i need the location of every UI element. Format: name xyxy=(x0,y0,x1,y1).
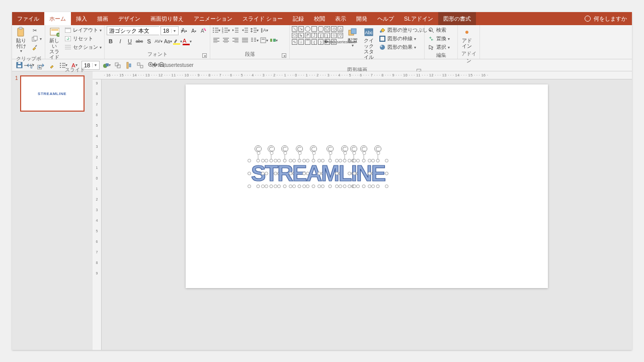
paragraph-dialog-launcher[interactable] xyxy=(282,53,286,58)
shadow-button[interactable]: S xyxy=(145,37,153,45)
shape-r2-3[interactable]: ↱ xyxy=(305,33,310,38)
smartart-button[interactable]: ▾ xyxy=(270,36,278,44)
wordart-letter[interactable]: I xyxy=(351,162,356,185)
find-button[interactable]: 検索 xyxy=(427,26,451,34)
strike-button[interactable]: abc xyxy=(135,37,143,45)
shape-oval-icon[interactable] xyxy=(305,26,310,32)
wordart-letter[interactable]: R xyxy=(277,162,292,185)
align-center-button[interactable] xyxy=(222,36,230,44)
shapes-gallery[interactable]: ＼↘⬠◇△ ⬭↳↱⤴{}☆▽ ∿⟂⌒()✧⬡�testusertestuser xyxy=(292,26,344,45)
font-size-input[interactable] xyxy=(161,27,171,35)
tab-help[interactable]: ヘルプ xyxy=(372,12,399,25)
highlight-button[interactable]: ▾ xyxy=(174,37,182,45)
tab-insert[interactable]: 挿入 xyxy=(71,12,92,25)
inc-indent-button[interactable] xyxy=(241,26,249,34)
shrink-font-button[interactable]: A▾ xyxy=(190,27,198,35)
select-button[interactable]: 選択▾ xyxy=(427,43,451,51)
tab-transitions[interactable]: 画面切り替え xyxy=(145,12,189,25)
tab-sladdin[interactable]: SLアドイン xyxy=(399,12,438,25)
copy-button[interactable]: ▾ xyxy=(30,35,43,43)
wordart-letter[interactable]: S xyxy=(251,162,265,185)
qat-customize[interactable]: �testusertestuser xyxy=(169,61,177,69)
align-left-button[interactable] xyxy=(212,36,220,44)
tab-design[interactable]: デザイン xyxy=(113,12,145,25)
shape-r3-5[interactable]: ) xyxy=(318,39,324,45)
wordart-group[interactable]: S T R E A xyxy=(251,162,385,185)
tab-slideshow[interactable]: スライド ショー xyxy=(237,12,288,25)
cut-button[interactable]: ✂ xyxy=(30,26,43,34)
font-dialog-launcher[interactable] xyxy=(202,53,207,58)
shapes-qat[interactable]: ▾ xyxy=(103,61,111,69)
shape-r2-4[interactable]: ⤴ xyxy=(311,33,317,38)
grow-font-button[interactable]: A▴ xyxy=(180,27,188,35)
spacing-button[interactable]: AV▾ xyxy=(154,37,163,45)
shape-r2-1[interactable]: ⬭ xyxy=(292,33,297,38)
slide-thumbnail-1[interactable]: STREAMLINE xyxy=(20,75,85,112)
bullets-button[interactable]: ▾ xyxy=(212,26,220,34)
slide-canvas-area[interactable]: S T R E A xyxy=(102,79,632,350)
tab-animations[interactable]: アニメーション xyxy=(189,12,237,25)
wordart-letter[interactable]: E xyxy=(371,162,385,185)
shape-lineseg-icon[interactable]: ↘ xyxy=(298,26,304,32)
shape-r2-7[interactable]: ☆ xyxy=(331,33,337,38)
shape-r3-1[interactable]: ∿ xyxy=(292,39,297,45)
bold-button[interactable]: B xyxy=(107,37,115,45)
tab-record[interactable]: 記録 xyxy=(288,12,309,25)
clipboard-dialog-launcher[interactable] xyxy=(37,65,42,69)
group-qat[interactable] xyxy=(114,61,122,69)
shape-r2-2[interactable]: ↳ xyxy=(298,33,304,38)
font-size-combo[interactable]: ▾ xyxy=(160,26,179,35)
text-direction-button[interactable]: ‖A▾ xyxy=(260,26,268,34)
shape-line-icon[interactable]: ＼ xyxy=(292,26,297,32)
tell-me-search[interactable]: 何をしますか xyxy=(580,12,632,25)
shape-r3-3[interactable]: ⌒ xyxy=(305,39,310,45)
line-spacing-button[interactable]: ▾ xyxy=(251,26,259,34)
numbering-button[interactable]: 123▾ xyxy=(222,26,230,34)
font-name-combo[interactable]: ▾ xyxy=(107,26,159,35)
tab-home[interactable]: ホーム xyxy=(44,12,71,25)
tab-review[interactable]: 校閲 xyxy=(309,12,330,25)
shape-roundrect-icon[interactable] xyxy=(318,26,324,32)
shape-r2-6[interactable]: } xyxy=(325,33,330,38)
shape-more-dd[interactable]: �testusertestuser xyxy=(338,39,343,45)
wordart-letter[interactable]: L xyxy=(339,162,351,185)
tab-shape-format[interactable]: 図形の書式 xyxy=(438,12,476,25)
dec-indent-button[interactable] xyxy=(231,26,239,34)
change-case-button[interactable]: Aa▾ xyxy=(164,37,172,45)
shape-effects-button[interactable]: 図形の効果▾ xyxy=(378,43,432,51)
section-button[interactable]: セクション▾ xyxy=(63,43,103,51)
tab-draw[interactable]: 描画 xyxy=(92,12,113,25)
shape-r2-8[interactable]: ▽ xyxy=(338,33,343,38)
justify-button[interactable] xyxy=(241,36,249,44)
shape-rect-icon[interactable] xyxy=(311,26,317,32)
clear-format-button[interactable]: A xyxy=(199,27,207,35)
align-text-button[interactable]: ▾ xyxy=(260,36,268,44)
align-right-button[interactable] xyxy=(231,36,239,44)
wordart-letter[interactable]: M xyxy=(321,162,339,185)
tab-developer[interactable]: 開発 xyxy=(351,12,372,25)
wordart-letter[interactable]: A xyxy=(306,162,321,185)
shape-fill-button[interactable]: 図形の塗りつぶし▾ xyxy=(378,26,432,34)
shape-more2-icon[interactable]: ◇ xyxy=(331,26,337,32)
shape-outline-button[interactable]: 図形の枠線▾ xyxy=(378,35,432,43)
shape-more3-icon[interactable]: △ xyxy=(338,26,343,32)
font-color-button[interactable]: A▾ xyxy=(183,37,191,45)
shape-r3-2[interactable]: ⟂ xyxy=(298,39,304,45)
align-qat[interactable] xyxy=(125,61,133,69)
wordart-letter[interactable]: E xyxy=(292,162,306,185)
italic-button[interactable]: I xyxy=(116,37,124,45)
paste-button[interactable]: 貼り付け ▾ xyxy=(14,26,28,55)
addins-button[interactable]: ● アド イン xyxy=(460,26,474,50)
ungroup-qat[interactable] xyxy=(136,61,144,69)
format-painter-button[interactable] xyxy=(30,43,43,51)
layout-button[interactable]: レイアウト▾ xyxy=(63,26,103,34)
columns-button[interactable]: ▾ xyxy=(251,36,259,44)
tab-view[interactable]: 表示 xyxy=(330,12,351,25)
shape-more1-icon[interactable]: ⬠ xyxy=(325,26,330,32)
arrange-button[interactable]: 配置▾ xyxy=(346,26,360,49)
slide[interactable]: S T R E A xyxy=(186,84,548,288)
reset-button[interactable]: リセット xyxy=(63,35,103,43)
wordart-letter[interactable]: T xyxy=(265,162,277,185)
replace-button[interactable]: 置換▾ xyxy=(427,35,451,43)
underline-button[interactable]: U xyxy=(126,37,134,45)
